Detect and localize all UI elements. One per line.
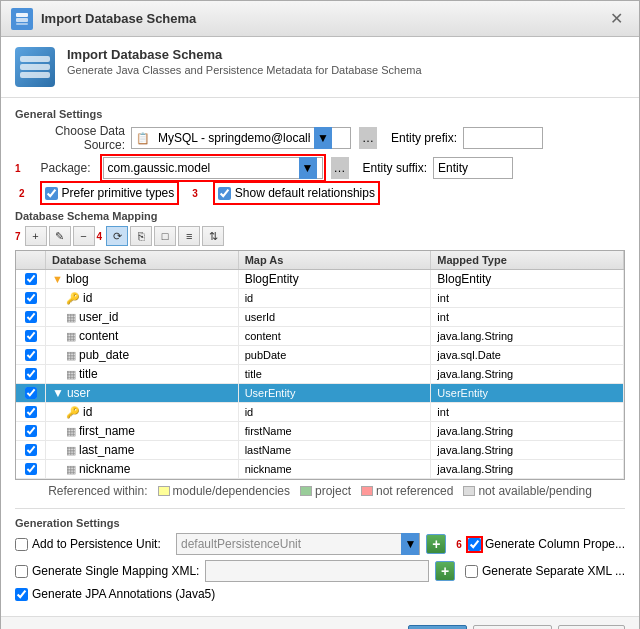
header-subtitle: Generate Java Classes and Persistence Me… xyxy=(67,64,422,76)
legend-notref-label: not referenced xyxy=(376,484,453,498)
legend-module-color xyxy=(158,486,170,496)
datasource-input[interactable] xyxy=(154,131,314,145)
mapas-cell: id xyxy=(239,289,432,307)
col-icon: ▦ xyxy=(66,349,76,362)
row-schema: nickname xyxy=(79,462,130,476)
edit-row-button[interactable]: ✎ xyxy=(49,226,71,246)
row-checkbox[interactable] xyxy=(25,463,37,475)
package-extra-btn[interactable]: … xyxy=(331,157,349,179)
import-dialog: Import Database Schema ✕ Import Database… xyxy=(0,0,640,629)
schema-cell: ▦content xyxy=(46,327,239,345)
header-title: Import Database Schema xyxy=(67,47,422,62)
package-arrow[interactable]: ▼ xyxy=(299,157,317,179)
copy-button[interactable]: ⎘ xyxy=(130,226,152,246)
refresh-button[interactable]: ⟳ xyxy=(106,226,128,246)
mapped-cell: int xyxy=(431,308,624,326)
legend-notref-color xyxy=(361,486,373,496)
row-checkbox[interactable] xyxy=(25,425,37,437)
mapas-cell: nickname xyxy=(239,460,432,478)
ok-button[interactable]: OK xyxy=(408,625,467,629)
key-icon: 🔑 xyxy=(66,292,80,305)
table-row: ▦last_name lastName java.lang.String xyxy=(16,441,624,460)
gen-separate-checkbox[interactable] xyxy=(465,565,478,578)
remove-row-button[interactable]: − xyxy=(73,226,95,246)
mapped-cell: java.lang.String xyxy=(431,441,624,459)
row-schema: first_name xyxy=(79,424,135,438)
row-checkbox-cell xyxy=(16,441,46,459)
persistence-combo[interactable]: ▼ xyxy=(176,533,420,555)
add-row-button[interactable]: + xyxy=(25,226,47,246)
row-checkbox[interactable] xyxy=(25,292,37,304)
row-schema: user_id xyxy=(79,310,118,324)
add-persistence-checkbox[interactable] xyxy=(15,538,28,551)
row-checkbox-cell xyxy=(16,308,46,326)
table-row-selected[interactable]: ▼user UserEntity UserEntity xyxy=(16,384,624,403)
package-combo[interactable]: ▼ xyxy=(103,157,323,179)
gen-separate-label: Generate Separate XML ... xyxy=(482,564,625,578)
row-checkbox[interactable] xyxy=(25,330,37,342)
row-mapped: BlogEntity xyxy=(437,272,491,286)
row-checkbox[interactable] xyxy=(25,387,37,399)
folder-icon: ▼ xyxy=(52,386,64,400)
row-checkbox[interactable] xyxy=(25,273,37,285)
title-bar: Import Database Schema ✕ xyxy=(1,1,639,37)
row-checkbox[interactable] xyxy=(25,444,37,456)
mapping-combo[interactable] xyxy=(205,560,429,582)
schema-cell: ▦first_name xyxy=(46,422,239,440)
schema-cell: ▼blog xyxy=(46,270,239,288)
mapas-cell: title xyxy=(239,365,432,383)
add-mapping-btn[interactable]: + xyxy=(435,561,455,581)
annot-1: 1 xyxy=(15,163,21,174)
cancel-button[interactable]: Cancel xyxy=(473,625,552,629)
row-checkbox[interactable] xyxy=(25,349,37,361)
mapas-cell: lastName xyxy=(239,441,432,459)
table-row: 🔑id id int xyxy=(16,289,624,308)
sort-button[interactable]: ≡ xyxy=(178,226,200,246)
row-checkbox[interactable] xyxy=(25,406,37,418)
package-row: 1 Package: ▼ … Entity suffix: xyxy=(15,157,625,179)
entity-prefix-input[interactable] xyxy=(463,127,543,149)
mapas-cell: id xyxy=(239,403,432,421)
gen-mapping-checkbox[interactable] xyxy=(15,565,28,578)
table-row: 🔑id id int xyxy=(16,403,624,422)
annot-3: 3 xyxy=(192,188,198,199)
entity-suffix-input[interactable] xyxy=(433,157,513,179)
legend: Referenced within: module/dependencies p… xyxy=(15,484,625,498)
row-checkbox[interactable] xyxy=(25,368,37,380)
mapas-cell: firstName xyxy=(239,422,432,440)
sort-desc-button[interactable]: ⇅ xyxy=(202,226,224,246)
generate-column-checkbox[interactable] xyxy=(468,538,481,551)
table-row: ▦title title java.lang.String xyxy=(16,365,624,384)
row-mapas: BlogEntity xyxy=(245,272,299,286)
persistence-input[interactable] xyxy=(177,537,401,551)
mapping-input[interactable] xyxy=(206,564,428,578)
package-input[interactable] xyxy=(104,161,299,175)
persistence-arrow[interactable]: ▼ xyxy=(401,533,419,555)
gen-column-item: 6 Generate Column Prope... xyxy=(456,537,625,551)
datasource-arrow[interactable]: ▼ xyxy=(314,127,332,149)
help-button[interactable]: Help xyxy=(558,625,625,629)
col-icon: ▦ xyxy=(66,463,76,476)
gen-jpa-checkbox[interactable] xyxy=(15,588,28,601)
legend-notref: not referenced xyxy=(361,484,453,498)
row-checkbox-cell xyxy=(16,403,46,421)
datasource-combo[interactable]: 📋 ▼ xyxy=(131,127,351,149)
row-checkbox-cell xyxy=(16,270,46,288)
close-button[interactable]: ✕ xyxy=(604,7,629,30)
show-default-checkbox[interactable] xyxy=(218,187,231,200)
generation-section: Generation Settings Add to Persistence U… xyxy=(15,508,625,601)
title-bar-left: Import Database Schema xyxy=(11,8,196,30)
header-schema: Database Schema xyxy=(46,251,239,269)
row-schema: blog xyxy=(66,272,89,286)
table-row: ▦first_name firstName java.lang.String xyxy=(16,422,624,441)
datasource-extra-btn[interactable]: … xyxy=(359,127,377,149)
row-checkbox-cell xyxy=(16,289,46,307)
schema-cell: 🔑id xyxy=(46,403,239,421)
square-button[interactable]: □ xyxy=(154,226,176,246)
annot-2: 2 xyxy=(19,188,25,199)
add-persistence-btn[interactable]: + xyxy=(426,534,446,554)
mapped-cell: int xyxy=(431,403,624,421)
content-area: General Settings Choose Data Source: 📋 ▼… xyxy=(1,98,639,616)
row-checkbox[interactable] xyxy=(25,311,37,323)
prefer-primitive-checkbox[interactable] xyxy=(45,187,58,200)
